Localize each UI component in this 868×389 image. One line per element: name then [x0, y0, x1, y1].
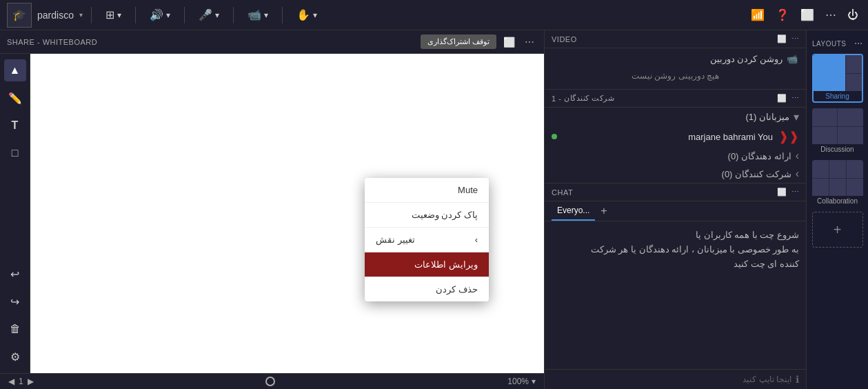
- logo-icon: 🎓: [12, 8, 26, 21]
- more-icon[interactable]: ⋯: [822, 6, 839, 24]
- no-camera-text: هیچ دوربینی روشن نیست: [553, 68, 798, 83]
- whiteboard-screen-icon[interactable]: ⬜: [501, 35, 518, 49]
- hand-btn[interactable]: ✋ ▾: [291, 6, 323, 24]
- chat-content: شروع چت با همه کاربران یا به طور خصوصی ب…: [545, 221, 806, 369]
- clear-status-menu-item[interactable]: پاک کردن وضعیت: [365, 203, 489, 227]
- chat-title: CHAT: [552, 188, 573, 197]
- remove-menu-item[interactable]: حذف کردن: [365, 277, 489, 301]
- host-name: marjane bahrami You: [563, 132, 773, 142]
- stop-sharing-btn[interactable]: توقف اشتراک‌گذاری: [421, 34, 496, 49]
- layouts-more-icon[interactable]: ⋯: [854, 39, 863, 48]
- chat-input[interactable]: [552, 375, 791, 384]
- camera-toggle-icon: 📹: [787, 54, 798, 64]
- grid-icon: ⊞: [105, 8, 114, 21]
- presenters-row[interactable]: › ارائه دهندگان (0): [545, 147, 806, 165]
- next-page-btn[interactable]: ▶: [28, 377, 34, 386]
- shape-tool[interactable]: □: [4, 142, 26, 164]
- change-role-arrow: ›: [475, 235, 478, 245]
- collab-cell-5: [829, 179, 846, 197]
- signal-icon[interactable]: 📶: [748, 6, 767, 24]
- app-name: pardisco: [37, 10, 74, 21]
- participants-section: 1 - شرکت کنندگان ⬜ ⋯ ▾ میزبانان (1) ❰❰ m…: [545, 90, 806, 183]
- undo-btn[interactable]: ↩: [4, 263, 26, 285]
- change-role-menu-item[interactable]: › تغییر نقش: [365, 228, 489, 252]
- prev-page-btn[interactable]: ◀: [8, 377, 14, 386]
- select-tool[interactable]: ▲: [4, 59, 26, 81]
- video-header-controls: ⬜ ⋯: [777, 34, 799, 43]
- discussion-preview: [812, 108, 863, 144]
- pen-icon: ✏️: [8, 92, 22, 105]
- participants-more-icon[interactable]: ⋯: [791, 94, 800, 103]
- zoom-control: 100% ▾: [507, 377, 536, 386]
- video-title: VIDEO: [552, 35, 577, 43]
- mic-btn[interactable]: 🎤 ▾: [193, 6, 225, 24]
- app-chevron[interactable]: ▾: [79, 11, 83, 19]
- hand-chevron: ▾: [313, 10, 317, 20]
- collab-cell-4: [812, 179, 829, 197]
- whiteboard-title: SHARE - WHITEBOARD: [7, 38, 97, 46]
- collaboration-layout[interactable]: Collaboration: [812, 160, 863, 206]
- remove-label: حذف کردن: [436, 284, 478, 295]
- video-header: VIDEO ⬜ ⋯: [545, 30, 806, 48]
- discussion-cell-1: [812, 108, 838, 126]
- hosts-label: میزبانان (1): [745, 112, 789, 122]
- zoom-level: 100%: [507, 377, 529, 386]
- discussion-label: Discussion: [812, 144, 863, 154]
- tab-everyone[interactable]: Everyo...: [552, 201, 595, 221]
- grid-btn[interactable]: ⊞ ▾: [100, 6, 127, 24]
- collab-cell-3: [847, 160, 863, 178]
- layouts-panel: LAYOUTS ⋯ Sharing Discussion: [806, 30, 868, 389]
- change-role-label: تغییر نقش: [376, 235, 415, 245]
- video-screen-icon[interactable]: ⬜: [777, 34, 787, 43]
- attendees-chevron: ›: [796, 168, 799, 180]
- video-more-icon[interactable]: ⋯: [791, 34, 800, 43]
- attendees-label: شرکت کنندگان (0): [722, 169, 791, 179]
- collab-cell-6: [847, 179, 863, 197]
- delete-icon: 🗑: [10, 323, 21, 335]
- add-layout-btn[interactable]: +: [812, 212, 863, 248]
- volume-icon: 🔊: [150, 8, 163, 21]
- whiteboard-more-icon[interactable]: ⋯: [522, 35, 537, 49]
- chat-section: CHAT ⬜ ⋯ Everyo... + شروع چت با همه کارب…: [545, 183, 806, 389]
- camera-toggle-btn[interactable]: 📹 روشن کردن دوربین: [553, 54, 798, 64]
- canvas-area[interactable]: Mute پاک کردن وضعیت › تغییر نقش ویرایش ا…: [30, 54, 544, 373]
- sharing-layout[interactable]: Sharing: [812, 54, 863, 103]
- undo-icon: ↩: [10, 268, 19, 281]
- hand-icon: ✋: [296, 8, 310, 21]
- discussion-layout[interactable]: Discussion: [812, 108, 863, 154]
- participants-title: شرکت کنندگان: [564, 94, 614, 103]
- hosts-chevron[interactable]: ▾: [794, 110, 799, 123]
- topbar: 🎓 pardisco ▾ ⊞ ▾ 🔊 ▾ 🎤 ▾ 📹 ▾ ✋ ▾ 📶 ❓ ⬜ ⋯…: [0, 0, 868, 30]
- help-icon[interactable]: ❓: [773, 6, 792, 24]
- whiteboard-header: SHARE - WHITEBOARD توقف اشتراک‌گذاری ⬜ ⋯: [0, 30, 544, 54]
- camera-btn[interactable]: 📹 ▾: [242, 6, 274, 24]
- settings-tool[interactable]: ⚙: [4, 346, 26, 368]
- chat-info-icon: ℹ: [796, 374, 799, 385]
- host-row: ❰❰ marjane bahrami You: [545, 126, 806, 147]
- text-tool[interactable]: T: [4, 114, 26, 137]
- layouts-header: LAYOUTS ⋯: [807, 36, 868, 51]
- participants-screen-icon[interactable]: ⬜: [777, 94, 787, 103]
- delete-btn[interactable]: 🗑: [4, 318, 26, 340]
- sharing-big-cell: [814, 55, 845, 91]
- participants-header: 1 - شرکت کنندگان ⬜ ⋯: [545, 90, 806, 108]
- add-chat-tab-btn[interactable]: +: [598, 202, 609, 220]
- power-icon[interactable]: ⏻: [845, 6, 861, 24]
- zoom-chevron[interactable]: ▾: [532, 377, 536, 386]
- pen-tool[interactable]: ✏️: [4, 87, 26, 109]
- edit-info-menu-item[interactable]: ویرایش اطلاعات: [365, 252, 489, 277]
- layouts-title: LAYOUTS: [812, 40, 846, 48]
- attendees-row[interactable]: › شرکت کنندگان (0): [545, 165, 806, 183]
- chat-screen-icon[interactable]: ⬜: [777, 188, 787, 197]
- chat-input-area: ℹ: [545, 369, 806, 389]
- add-layout-icon: +: [834, 222, 842, 238]
- page-number: 1: [19, 377, 23, 386]
- redo-icon: ↪: [10, 295, 19, 308]
- mute-menu-item[interactable]: Mute: [365, 178, 489, 202]
- volume-btn[interactable]: 🔊 ▾: [144, 6, 176, 24]
- chat-more-icon[interactable]: ⋯: [791, 188, 800, 197]
- redo-btn[interactable]: ↪: [4, 290, 26, 312]
- window-icon[interactable]: ⬜: [798, 6, 817, 24]
- chat-tabs: Everyo... +: [545, 201, 806, 221]
- separator-3: [184, 7, 185, 23]
